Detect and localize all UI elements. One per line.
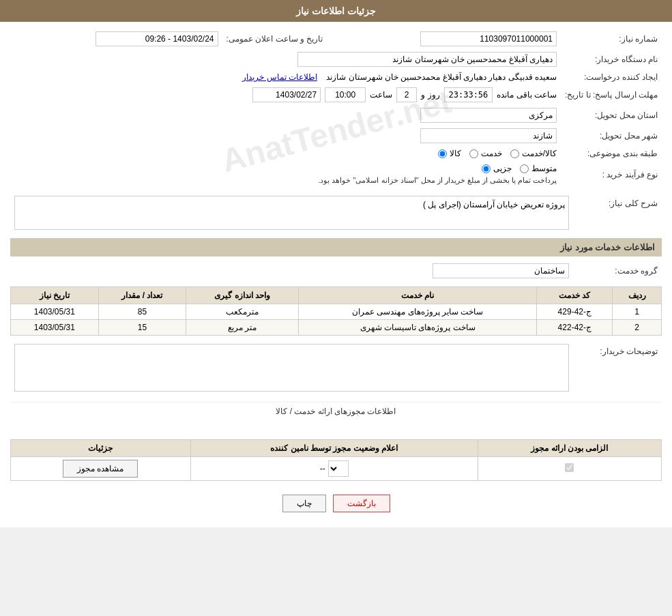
permit-col-status: اعلام وضعیت مجوز توسط نامین کننده xyxy=(190,440,478,457)
announce-date-field: 1403/02/24 - 09:26 xyxy=(96,31,218,46)
page-header: جزئیات اطلاعات نیاز xyxy=(0,0,672,22)
days-value: 2 xyxy=(396,87,417,102)
province-field: مرکزی xyxy=(420,108,557,123)
permit-table-body: ✓ -- مشاهده مجوز xyxy=(11,457,662,481)
permit-required-checkbox xyxy=(565,463,574,472)
buyer-org-row: نام دستگاه خریدار: دهیاری آقبلاغ محمدحسی… xyxy=(10,49,662,70)
subject-kala-khedmat-option[interactable]: کالا/خدمت xyxy=(510,149,557,158)
purchase-motevaset-label: متوسط xyxy=(531,164,557,173)
cell-qty: 85 xyxy=(98,304,186,320)
permit-row-1: ✓ -- مشاهده مجوز xyxy=(11,457,662,481)
cell-unit: مترمکعب xyxy=(186,304,299,320)
service-group-row: گروه خدمت: ساختمان xyxy=(10,261,662,281)
service-group-value: ساختمان xyxy=(10,261,573,281)
cell-unit: متر مربع xyxy=(186,320,299,336)
subject-kala-khedmat-radio[interactable] xyxy=(510,149,519,158)
time-label: ساعت xyxy=(370,90,392,100)
purchase-radio-group: متوسط جزیی xyxy=(14,164,557,173)
col-row: ردیف xyxy=(613,287,662,304)
page-wrapper: جزئیات اطلاعات نیاز AnatTender.net شماره… xyxy=(0,0,672,527)
notes-field[interactable] xyxy=(14,344,569,392)
col-unit: واحد اندازه گیری xyxy=(186,287,299,304)
subject-kala-label: کالا xyxy=(450,149,461,158)
description-label: شرح کلی نیاز: xyxy=(573,193,662,233)
response-date-field: 1403/02/27 xyxy=(252,87,321,102)
province-row: استان محل تحویل: مرکزی xyxy=(10,105,662,126)
cell-row: 1 xyxy=(613,304,662,320)
cell-code: ج-42-429 xyxy=(537,304,613,320)
spacer xyxy=(10,420,662,434)
city-row: شهر محل تحویل: شازند xyxy=(10,126,662,146)
buyer-org-field: دهیاری آقبلاغ محمدحسین خان شهرستان شازند xyxy=(297,52,557,67)
cell-name: ساخت پروژه‌های تاسیسات شهری xyxy=(298,320,536,336)
subject-row: طبقه بندی موضوعی: کالا/خدمت خدمت xyxy=(10,146,662,161)
purchase-jozii-option[interactable]: جزیی xyxy=(482,164,512,173)
view-permit-button[interactable]: مشاهده مجوز xyxy=(63,460,138,478)
response-deadline-row: مهلت ارسال پاسخ: تا تاریخ: ساعت باقی مان… xyxy=(10,85,662,105)
page-title: جزئیات اطلاعات نیاز xyxy=(296,5,376,16)
subject-label: طبقه بندی موضوعی: xyxy=(561,146,662,161)
services-table-head: ردیف کد خدمت نام خدمت واحد اندازه گیری ت… xyxy=(11,287,662,304)
col-code: کد خدمت xyxy=(537,287,613,304)
subject-radio-group: کالا/خدمت خدمت کالا xyxy=(438,149,557,158)
info-table: شماره نیاز: 1103097011000001 تاریخ و ساع… xyxy=(10,29,662,188)
col-qty: تعداد / مقدار xyxy=(98,287,186,304)
subject-khedmat-label: خدمت xyxy=(481,149,502,158)
main-info-section: AnatTender.net شماره نیاز: 1103097011000… xyxy=(10,29,662,233)
services-table-header-row: ردیف کد خدمت نام خدمت واحد اندازه گیری ت… xyxy=(11,287,662,304)
col-date: تاریخ نیاز xyxy=(11,287,99,304)
cell-code: ج-42-422 xyxy=(537,320,613,336)
purchase-jozii-label: جزیی xyxy=(493,164,512,173)
need-number-label: شماره نیاز: xyxy=(561,29,662,49)
back-button[interactable]: بازگشت xyxy=(333,495,390,512)
permit-required-cell xyxy=(478,457,661,481)
response-deadline-value: ساعت باقی مانده 23:33:56 روز و 2 ساعت 10… xyxy=(10,85,561,105)
province-value: مرکزی xyxy=(10,105,561,126)
response-deadline-label: مهلت ارسال پاسخ: تا تاریخ: xyxy=(561,85,662,105)
province-label: استان محل تحویل: xyxy=(561,105,662,126)
permit-col-required: الزامی بودن ارائه مجوز xyxy=(478,440,661,457)
purchase-motevaset-radio[interactable] xyxy=(520,164,529,173)
services-table-body: 1 ج-42-429 ساخت سایر پروژه‌های مهندسی عم… xyxy=(11,304,662,336)
countdown-timer: 23:33:56 xyxy=(444,87,493,102)
contact-link[interactable]: اطلاعات تماس خریدار xyxy=(242,72,317,82)
service-group-table: گروه خدمت: ساختمان xyxy=(10,261,662,281)
cell-name: ساخت سایر پروژه‌های مهندسی عمران xyxy=(298,304,536,320)
services-section-header: اطلاعات خدمات مورد نیاز xyxy=(10,238,662,256)
purchase-note: پرداخت تمام یا بخشی از مبلغ خریدار از مح… xyxy=(14,176,557,185)
need-number-value: 1103097011000001 xyxy=(327,29,561,49)
notes-row: توضیحات خریدار: xyxy=(10,341,662,396)
subject-value: کالا/خدمت خدمت کالا xyxy=(10,146,561,161)
purchase-type-value: متوسط جزیی پرداخت تمام یا بخشی از مبلغ خ… xyxy=(10,161,561,188)
requester-label: ایجاد کننده درخواست: xyxy=(561,70,662,85)
service-group-label: گروه خدمت: xyxy=(573,261,662,281)
purchase-jozii-radio[interactable] xyxy=(482,164,491,173)
permit-status-value: -- xyxy=(320,464,325,473)
service-group-field: ساختمان xyxy=(433,263,569,278)
subject-khedmat-radio[interactable] xyxy=(469,149,478,158)
purchase-type-label: نوع فرآیند خرید : xyxy=(561,161,662,188)
permit-table: الزامی بودن ارائه مجوز اعلام وضعیت مجوز … xyxy=(10,439,662,481)
subject-kala-option[interactable]: کالا xyxy=(438,149,461,158)
purchase-motevaset-option[interactable]: متوسط xyxy=(520,164,557,173)
cell-qty: 15 xyxy=(98,320,186,336)
permit-section-link: اطلاعات مجوزهای ارائه خدمت / کالا xyxy=(10,402,662,420)
description-field: پروژه تعریض خیابان آرامستان (اجرای پل ) xyxy=(14,196,569,230)
cell-row: 2 xyxy=(613,320,662,336)
city-label: شهر محل تحویل: xyxy=(561,126,662,146)
table-row: 2 ج-42-422 ساخت پروژه‌های تاسیسات شهری م… xyxy=(11,320,662,336)
city-field: شازند xyxy=(420,128,557,143)
notes-value xyxy=(10,341,573,396)
requester-value: سعیده قدبیگی دهیار دهیاری آقبلاغ محمدحسی… xyxy=(10,70,561,85)
purchase-type-row: نوع فرآیند خرید : متوسط جزیی xyxy=(10,161,662,188)
permit-status-select[interactable]: ✓ xyxy=(328,460,349,477)
subject-kala-khedmat-label: کالا/خدمت xyxy=(522,149,557,158)
permit-details-cell: مشاهده مجوز xyxy=(11,457,191,481)
col-name: نام خدمت xyxy=(298,287,536,304)
need-number-row: شماره نیاز: 1103097011000001 تاریخ و ساع… xyxy=(10,29,662,49)
subject-khedmat-option[interactable]: خدمت xyxy=(469,149,502,158)
need-number-field: 1103097011000001 xyxy=(420,31,557,46)
subject-kala-radio[interactable] xyxy=(438,149,447,158)
print-button[interactable]: چاپ xyxy=(282,495,326,512)
description-table: شرح کلی نیاز: پروژه تعریض خیابان آرامستا… xyxy=(10,193,662,233)
